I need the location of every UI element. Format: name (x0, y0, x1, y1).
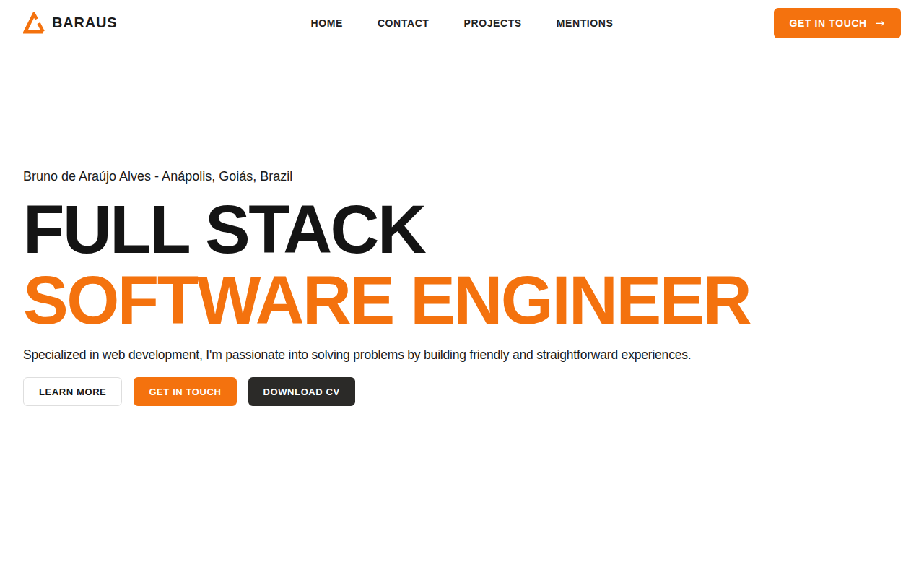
brand-name: BARAUS (52, 14, 117, 31)
hero-subtitle: Specialized in web development, I'm pass… (23, 348, 901, 363)
learn-more-button[interactable]: LEARN MORE (23, 377, 122, 406)
nav-item-home[interactable]: HOME (311, 17, 343, 29)
nav-item-contact[interactable]: CONTACT (378, 17, 430, 29)
nav-item-projects[interactable]: PROJECTS (464, 17, 522, 29)
hero-actions: LEARN MORE GET IN TOUCH DOWNLOAD CV (23, 377, 901, 406)
hero-title-line1: FULL STACK (23, 194, 901, 265)
nav-item-mentions[interactable]: MENTIONS (557, 17, 614, 29)
hero-intro-text: Bruno de Araújo Alves - Anápolis, Goiás,… (23, 169, 901, 184)
hero-title-line2: SOFTWARE ENGINEER (23, 265, 901, 336)
download-cv-button[interactable]: DOWNLOAD CV (248, 377, 355, 406)
header-get-in-touch-button[interactable]: GET IN TOUCH → (774, 8, 901, 38)
get-in-touch-button[interactable]: GET IN TOUCH (134, 377, 236, 406)
main-nav: HOME CONTACT PROJECTS MENTIONS (311, 17, 614, 29)
hero-title: FULL STACK SOFTWARE ENGINEER (23, 194, 901, 336)
arrow-right-icon: → (876, 17, 885, 30)
header: BARAUS HOME CONTACT PROJECTS MENTIONS GE… (0, 0, 924, 46)
header-cta-label: GET IN TOUCH (790, 17, 867, 29)
triangle-logo-icon (23, 12, 45, 34)
hero-section: Bruno de Araújo Alves - Anápolis, Goiás,… (0, 46, 924, 406)
brand-logo[interactable]: BARAUS (23, 12, 117, 34)
